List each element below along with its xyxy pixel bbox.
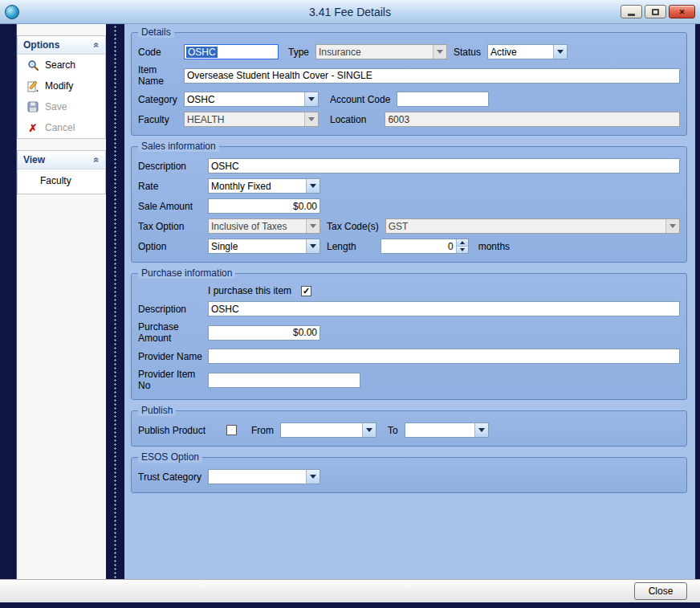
sales-group: Sales information Description Rate Month… (131, 146, 687, 263)
chevron-down-icon (306, 239, 319, 253)
chevron-down-icon (306, 470, 319, 484)
tax-option-label: Tax Option (138, 221, 208, 232)
sidebar-item-modify[interactable]: Modify (18, 75, 105, 96)
chevron-down-icon (433, 45, 446, 59)
options-panel-title: Options (23, 39, 59, 51)
sidebar-item-cancel: ✗ Cancel (18, 117, 105, 138)
spin-down-icon[interactable] (457, 246, 468, 253)
cancel-icon: ✗ (26, 121, 39, 134)
purchase-amount-label: Purchase Amount (138, 321, 208, 344)
sidebar-item-search[interactable]: Search (18, 55, 105, 75)
options-panel-header[interactable]: Options « (18, 36, 105, 55)
minimize-icon (628, 14, 635, 16)
view-panel-title: View (23, 154, 45, 165)
provider-item-no-input[interactable] (208, 373, 360, 388)
sidebar-item-faculty[interactable]: Faculty (18, 169, 105, 194)
i-purchase-label: I purchase this item (208, 285, 291, 296)
sales-description-input[interactable] (208, 158, 680, 173)
chevron-down-icon (304, 92, 318, 106)
publish-product-checkbox[interactable] (226, 425, 237, 435)
account-code-input[interactable] (397, 92, 489, 107)
faculty-label: Faculty (138, 114, 184, 125)
window-title: 3.41 Fee Details (0, 6, 700, 18)
from-label: From (251, 425, 274, 436)
main-area: Options « Search Modify (0, 24, 700, 579)
spin-up-icon[interactable] (457, 239, 468, 246)
location-input (385, 112, 680, 127)
collapse-icon: « (92, 157, 103, 163)
save-icon (26, 100, 39, 113)
close-button[interactable]: Close (634, 582, 687, 600)
chevron-down-icon (306, 219, 319, 233)
status-label: Status (454, 47, 481, 58)
group-title: Purchase information (138, 267, 235, 279)
modify-icon (26, 80, 39, 92)
category-label: Category (138, 94, 184, 105)
publish-group: Publish Publish Product From To (131, 410, 687, 447)
length-label: Length (327, 241, 356, 252)
sidebar-item-label: Modify (45, 80, 73, 92)
trust-category-dropdown[interactable] (208, 469, 320, 484)
sales-description-label: Description (138, 161, 208, 172)
account-code-label: Account Code (330, 94, 390, 105)
purchase-description-input[interactable] (208, 301, 680, 316)
footer-bar: Close (0, 579, 700, 602)
app-icon (5, 5, 19, 19)
sidebar-item-label: Save (45, 101, 67, 112)
chevron-down-icon (306, 179, 319, 193)
view-panel: View « Faculty (17, 150, 106, 194)
category-dropdown[interactable]: OSHC (184, 92, 319, 107)
sale-amount-label: Sale Amount (138, 201, 208, 212)
view-panel-header[interactable]: View « (18, 151, 105, 169)
chevron-down-icon (362, 423, 376, 437)
fee-details-window: 3.41 Fee Details ✕ Options « Search (0, 0, 700, 608)
tax-option-dropdown: Inclusive of Taxes (208, 218, 320, 234)
purchase-description-label: Description (138, 304, 208, 315)
rate-label: Rate (138, 181, 208, 192)
sidebar-splitter[interactable] (112, 24, 118, 579)
titlebar: 3.41 Fee Details ✕ (0, 0, 700, 24)
option-label: Option (138, 241, 208, 252)
code-input[interactable]: OSHC (184, 44, 279, 59)
maximize-button[interactable] (645, 5, 666, 18)
to-dropdown[interactable] (405, 422, 489, 438)
close-window-button[interactable]: ✕ (669, 5, 695, 18)
status-dropdown[interactable]: Active (487, 44, 568, 59)
type-dropdown: Insurance (315, 44, 447, 59)
details-group: Details Code OSHC Type Insurance Status (131, 32, 687, 136)
esos-group: ESOS Option Trust Category (131, 457, 687, 493)
form-content: Details Code OSHC Type Insurance Status (124, 24, 695, 579)
group-title: Publish (138, 405, 176, 416)
tax-codes-label: Tax Code(s) (327, 221, 379, 232)
chevron-down-icon (304, 112, 318, 126)
maximize-icon (652, 9, 659, 15)
item-name-input[interactable] (184, 68, 680, 84)
group-title: Sales information (138, 141, 219, 152)
search-icon (26, 59, 39, 71)
from-dropdown[interactable] (280, 422, 376, 438)
purchase-group: Purchase information I purchase this ite… (131, 273, 687, 400)
provider-name-input[interactable] (208, 349, 680, 364)
group-title: Details (138, 27, 174, 38)
options-panel: Options « Search Modify (17, 35, 106, 139)
trust-category-label: Trust Category (138, 471, 208, 483)
to-label: To (388, 425, 398, 436)
sidebar-item-label: Cancel (45, 122, 75, 133)
publish-product-label: Publish Product (138, 425, 226, 436)
option-dropdown[interactable]: Single (208, 239, 320, 254)
tax-codes-dropdown: GST (385, 218, 680, 234)
sale-amount-input[interactable] (208, 198, 320, 214)
code-label: Code (138, 47, 184, 58)
minimize-button[interactable] (621, 5, 642, 18)
sidebar-item-save: Save (18, 96, 105, 117)
chevron-down-icon (474, 423, 488, 437)
length-spinner[interactable]: 0 (381, 239, 469, 254)
chevron-down-icon (665, 219, 679, 233)
sidebar: Options « Search Modify (16, 24, 106, 579)
sidebar-item-label: Search (45, 59, 75, 71)
purchase-amount-input[interactable] (208, 325, 320, 341)
window-frame-bottom (0, 602, 700, 608)
i-purchase-checkbox[interactable]: ✓ (301, 286, 311, 296)
chevron-down-icon (553, 45, 567, 59)
rate-dropdown[interactable]: Monthly Fixed (208, 178, 320, 194)
